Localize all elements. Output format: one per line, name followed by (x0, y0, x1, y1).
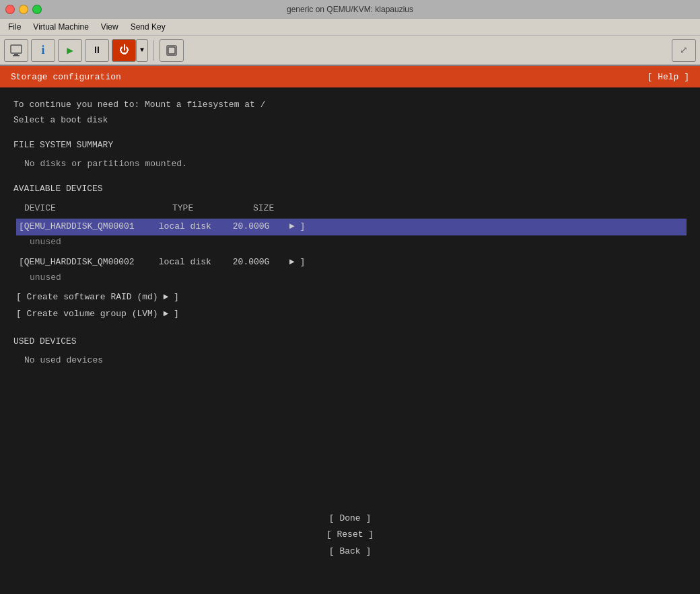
svg-rect-2 (13, 55, 20, 57)
create-raid-button[interactable]: [ Create software RAID (md) ► ] (16, 291, 687, 305)
col-size-header: SIZE (253, 202, 320, 216)
info-button[interactable]: i (31, 39, 55, 62)
instruction-line1: To continue you need to: Mount a filesys… (13, 98, 687, 112)
storage-header: Storage configuration [ Help ] (0, 66, 700, 87)
device-size-2: 20.000G (233, 256, 287, 270)
menu-send-key[interactable]: Send Key (125, 21, 171, 33)
device-type-1: local disk (159, 220, 233, 234)
resize-button[interactable]: ⤢ (672, 39, 696, 62)
storage-title: Storage configuration (11, 72, 121, 82)
device-row-2[interactable]: [ QEMU_HARDDISK_QM00002 local disk 20.00… (16, 254, 687, 271)
create-lvm-button[interactable]: [ Create volume group (LVM) ► ] (16, 307, 687, 322)
used-devices-header: USED DEVICES (13, 335, 687, 349)
device-sub-2: unused (30, 271, 687, 285)
svg-rect-0 (11, 45, 22, 53)
reset-button[interactable]: [ Reset ] (310, 528, 390, 542)
titlebar: generic on QEMU/KVM: klapauzius (0, 0, 700, 19)
device-type-2: local disk (159, 256, 233, 270)
titlebar-buttons (5, 5, 42, 14)
menu-view[interactable]: View (96, 21, 124, 33)
device-sub-1: unused (30, 235, 687, 250)
device-name-1: QEMU_HARDDISK_QM00001 (24, 220, 159, 234)
column-headers: DEVICE TYPE SIZE (24, 202, 687, 216)
col-device-header: DEVICE (24, 202, 172, 216)
col-type-header: TYPE (172, 202, 253, 216)
device-name-2: QEMU_HARDDISK_QM00002 (24, 256, 159, 270)
menu-virtual-machine[interactable]: Virtual Machine (28, 21, 94, 33)
bottom-buttons-container: [ Done ] [ Reset ] [ Back ] (310, 511, 390, 574)
minimize-button[interactable] (19, 5, 28, 14)
power-button[interactable]: ⏻ (112, 39, 136, 62)
available-devices-header: AVAILABLE DEVICES (13, 182, 687, 196)
vm-content-area: Storage configuration [ Help ] To contin… (0, 66, 700, 594)
svg-rect-4 (168, 47, 175, 54)
back-button[interactable]: [ Back ] (310, 545, 390, 559)
done-button[interactable]: [ Done ] (310, 512, 390, 526)
maximize-button[interactable] (32, 5, 42, 14)
help-button[interactable]: [ Help ] (648, 72, 689, 82)
monitor-button[interactable] (4, 39, 28, 62)
toolbar: i ▶ ⏸ ⏻ ▼ ⤢ (0, 35, 700, 66)
close-button[interactable] (5, 5, 15, 14)
fullscreen-button[interactable] (160, 39, 184, 62)
play-button[interactable]: ▶ (58, 39, 82, 62)
toolbar-separator (153, 40, 154, 61)
menubar: File Virtual Machine View Send Key (0, 19, 700, 35)
storage-content: To continue you need to: Mount a filesys… (0, 87, 700, 594)
pause-button[interactable]: ⏸ (85, 39, 109, 62)
svg-rect-1 (14, 54, 18, 55)
window-title: generic on QEMU/KVM: klapauzius (287, 5, 413, 14)
instruction-line2: Select a boot disk (13, 114, 687, 128)
menu-file[interactable]: File (3, 21, 26, 33)
power-dropdown[interactable]: ▼ (136, 39, 148, 62)
no-used-devices-text: No used devices (24, 354, 687, 368)
device-size-1: 20.000G (233, 220, 287, 234)
fs-summary-header: FILE SYSTEM SUMMARY (13, 139, 687, 153)
no-disks-text: No disks or partitions mounted. (24, 157, 687, 172)
device-row-1[interactable]: [ QEMU_HARDDISK_QM00001 local disk 20.00… (16, 219, 687, 235)
